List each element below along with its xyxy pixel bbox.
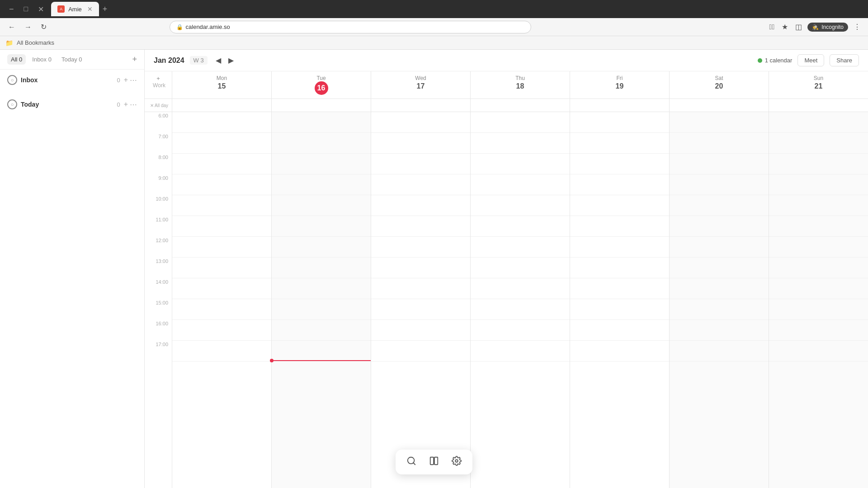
hour-wed-6 — [371, 112, 470, 133]
hour-mon-15 — [172, 299, 271, 320]
app-layout: All 0 Inbox 0 Today 0 + ○ Inbox 0 + ⋯ ○ — [0, 50, 868, 488]
today-count: 0 — [117, 101, 120, 108]
forward-button[interactable]: → — [22, 21, 34, 33]
hour-fri-12 — [570, 237, 669, 258]
hour-thu-9 — [471, 174, 570, 195]
next-week-button[interactable]: ▶ — [226, 55, 236, 66]
hour-thu-6 — [471, 112, 570, 133]
day-column-wed[interactable] — [371, 112, 470, 488]
sidebar-header: All 0 Inbox 0 Today 0 + — [0, 50, 144, 70]
svg-rect-2 — [430, 457, 434, 465]
hour-sun-6 — [769, 112, 868, 133]
hour-wed-10 — [371, 195, 470, 216]
hour-sat-14 — [670, 278, 769, 299]
allday-cell-wed[interactable] — [371, 99, 470, 112]
inbox-add-button[interactable]: + — [124, 76, 128, 84]
day-name-sun: Sun — [774, 75, 863, 81]
hour-tue-14 — [272, 278, 371, 299]
day-column-tue[interactable] — [271, 112, 371, 488]
hour-wed-8 — [371, 154, 470, 174]
day-num-tue: 16 — [315, 81, 328, 95]
layout-toolbar-button[interactable] — [427, 454, 441, 470]
hour-tue-10 — [272, 195, 371, 216]
filter-tab-all[interactable]: All 0 — [7, 54, 26, 65]
inbox-section: ○ Inbox 0 + ⋯ — [0, 70, 144, 94]
tab-favicon: A — [57, 5, 65, 13]
back-button[interactable]: ← — [5, 21, 18, 33]
search-toolbar-button[interactable] — [405, 454, 418, 470]
day-column-mon[interactable] — [172, 112, 271, 488]
hour-sat-15 — [670, 299, 769, 320]
time-label-900: 9:00 — [145, 174, 172, 195]
bookmarks-label: All Bookmarks — [17, 39, 54, 46]
settings-toolbar-button[interactable] — [450, 454, 463, 470]
hour-mon-7 — [172, 133, 271, 154]
hour-thu-14 — [471, 278, 570, 299]
visibility-off-icon[interactable]: 👁̸ — [768, 21, 777, 33]
prev-week-button[interactable]: ◀ — [213, 55, 224, 66]
today-add-button[interactable]: + — [124, 100, 128, 109]
day-num-sat: 20 — [712, 81, 726, 91]
url-text: calendar.amie.so — [186, 23, 524, 30]
hour-sat-10 — [670, 195, 769, 216]
time-label-1100: 11:00 — [145, 216, 172, 237]
allday-cell-thu[interactable] — [470, 99, 570, 112]
calendar-indicator: 1 calendar — [758, 57, 793, 64]
allday-cell-mon[interactable] — [172, 99, 271, 112]
hour-tue-15 — [272, 299, 371, 320]
tab-close-button[interactable]: ✕ — [87, 5, 93, 13]
hour-sat-13 — [670, 258, 769, 278]
day-column-fri[interactable] — [570, 112, 669, 488]
address-bar[interactable]: 🔒 calendar.amie.so — [170, 21, 531, 33]
incognito-badge: 🕵 Incognito — [807, 23, 848, 32]
hour-sat-6 — [670, 112, 769, 133]
day-column-thu[interactable] — [470, 112, 570, 488]
add-task-button[interactable]: + — [132, 55, 137, 64]
active-tab[interactable]: A Amie ✕ — [51, 2, 99, 16]
share-button[interactable]: Share — [830, 54, 859, 66]
meet-button[interactable]: Meet — [797, 54, 824, 66]
new-tab-button[interactable]: + — [103, 5, 108, 14]
allday-cell-tue[interactable] — [271, 99, 371, 112]
time-label-1000: 10:00 — [145, 195, 172, 216]
hour-sun-8 — [769, 154, 868, 174]
allday-cell-sat[interactable] — [669, 99, 769, 112]
hour-fri-17 — [570, 341, 669, 361]
collapse-allday-icon[interactable]: ✕ — [150, 103, 154, 108]
hour-fri-11 — [570, 216, 669, 237]
sidebar: All 0 Inbox 0 Today 0 + ○ Inbox 0 + ⋯ ○ — [0, 50, 145, 488]
bookmarks-bar: 📁 All Bookmarks — [0, 36, 868, 50]
today-title: Today — [21, 101, 113, 108]
day-name-sat: Sat — [674, 75, 764, 81]
filter-tab-today[interactable]: Today 0 — [58, 54, 86, 65]
calendar-month-year: Jan 2024 — [154, 56, 184, 65]
day-header-mon: Mon 15 — [172, 71, 271, 99]
hour-wed-9 — [371, 174, 470, 195]
day-num-wed: 17 — [414, 81, 428, 91]
maximize-button[interactable]: □ — [20, 3, 32, 15]
hour-wed-13 — [371, 258, 470, 278]
today-more-button[interactable]: ⋯ — [130, 100, 137, 109]
hour-tue-9 — [272, 174, 371, 195]
inbox-more-button[interactable]: ⋯ — [130, 76, 137, 84]
day-column-sun[interactable] — [769, 112, 868, 488]
close-button[interactable]: ✕ — [34, 3, 47, 15]
more-options-button[interactable]: ⋮ — [852, 21, 863, 33]
hour-tue-11 — [272, 216, 371, 237]
hour-sun-7 — [769, 133, 868, 154]
day-name-thu: Thu — [475, 75, 565, 81]
hour-sat-11 — [670, 216, 769, 237]
today-icon: ○ — [7, 99, 17, 109]
minimize-button[interactable]: − — [5, 3, 18, 16]
filter-tab-inbox[interactable]: Inbox 0 — [28, 54, 55, 65]
allday-cell-fri[interactable] — [570, 99, 669, 112]
hour-tue-7 — [272, 133, 371, 154]
day-column-sat[interactable] — [669, 112, 769, 488]
hour-sun-11 — [769, 216, 868, 237]
reload-button[interactable]: ↻ — [38, 21, 49, 33]
split-view-icon[interactable]: ◫ — [793, 21, 804, 33]
add-event-icon[interactable]: + — [156, 75, 160, 82]
bookmark-icon[interactable]: ★ — [780, 21, 790, 33]
allday-cell-sun[interactable] — [769, 99, 868, 112]
calendar-color-dot — [758, 58, 762, 63]
